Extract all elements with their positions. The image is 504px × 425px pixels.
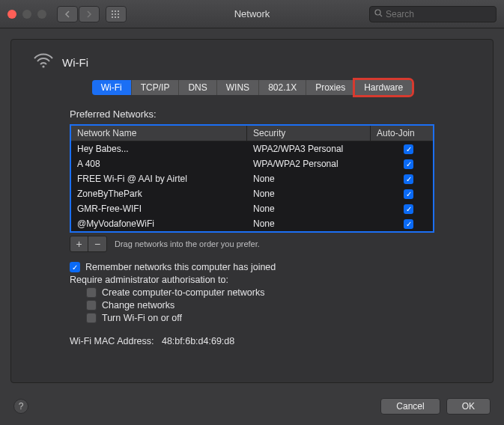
traffic-lights: [7, 10, 46, 19]
cell-security: WPA2/WPA3 Personal: [247, 141, 371, 156]
cancel-button[interactable]: Cancel: [380, 398, 440, 415]
remove-network-button[interactable]: −: [88, 236, 106, 251]
remember-label: Remember networks this computer has join…: [85, 262, 276, 272]
cell-name: GMR-Free-WIFI: [71, 201, 247, 216]
table-row[interactable]: FREE Wi-Fi @ AAI by AirtelNone✓: [71, 171, 433, 186]
tab-8021x[interactable]: 802.1X: [259, 80, 306, 95]
auto-join-checkbox[interactable]: ✓: [404, 174, 413, 184]
nav-group: [57, 6, 100, 22]
add-remove-bar: + − Drag networks into the order you pre…: [70, 236, 478, 252]
remember-checkbox[interactable]: ✓: [70, 262, 80, 272]
titlebar: Network: [0, 0, 504, 28]
col-network-name[interactable]: Network Name: [71, 126, 247, 141]
mac-value: 48:bf:6b:d4:69:d8: [162, 336, 234, 346]
minimize-window-icon: [22, 10, 31, 19]
cell-security: None: [247, 171, 371, 186]
tab-proxies[interactable]: Proxies: [306, 80, 355, 95]
table-row[interactable]: Hey Babes...WPA2/WPA3 Personal✓: [71, 141, 433, 156]
svg-point-11: [42, 65, 44, 67]
admin-opt-label: Turn Wi-Fi on or off: [102, 313, 182, 323]
panel-title: Wi-Fi: [62, 56, 88, 69]
auto-join-checkbox[interactable]: ✓: [404, 189, 413, 199]
back-button[interactable]: [57, 6, 78, 22]
svg-rect-4: [115, 13, 116, 15]
zoom-window-icon: [37, 10, 46, 19]
col-auto-join[interactable]: Auto-Join: [371, 126, 433, 141]
svg-rect-6: [112, 16, 113, 18]
cell-auto: ✓: [371, 202, 433, 216]
search-icon: [374, 9, 383, 19]
auto-join-checkbox[interactable]: ✓: [404, 159, 413, 169]
wifi-icon: [34, 53, 53, 71]
drag-hint: Drag networks into the order you prefer.: [115, 239, 260, 248]
admin-opt-row: Create computer-to-computer networks: [86, 287, 478, 298]
networks-table[interactable]: Network Name Security Auto-Join Hey Babe…: [70, 124, 434, 233]
tab-dns[interactable]: DNS: [179, 80, 216, 95]
mac-address-row: Wi-Fi MAC Address: 48:bf:6b:d4:69:d8: [70, 336, 478, 346]
help-button[interactable]: ?: [13, 399, 28, 414]
svg-point-9: [375, 10, 380, 15]
svg-rect-0: [112, 10, 113, 12]
admin-label-row: Require administrator authorisation to:: [70, 275, 478, 285]
cell-security: WPA/WPA2 Personal: [247, 156, 371, 171]
table-body: Hey Babes...WPA2/WPA3 Personal✓A 408WPA/…: [71, 141, 433, 231]
cell-auto: ✓: [371, 157, 433, 171]
add-remove-buttons: + −: [70, 236, 107, 252]
admin-opt-label: Change networks: [102, 300, 174, 311]
footer: ? Cancel OK: [0, 394, 504, 425]
auto-join-checkbox[interactable]: ✓: [404, 144, 413, 154]
grid-icon: [112, 10, 121, 18]
cell-security: None: [247, 186, 371, 201]
cell-name: A 408: [71, 156, 247, 171]
cell-auto: ✓: [371, 142, 433, 156]
tab-wins[interactable]: WINS: [217, 80, 259, 95]
tab-hardware[interactable]: Hardware: [355, 80, 412, 95]
ok-button[interactable]: OK: [446, 398, 491, 415]
admin-label: Require administrator authorisation to:: [70, 275, 228, 285]
col-security[interactable]: Security: [247, 126, 371, 141]
svg-rect-3: [112, 13, 113, 15]
tab-tcpip[interactable]: TCP/IP: [132, 80, 180, 95]
svg-rect-7: [115, 16, 116, 18]
cell-name: ZoneByThePark: [71, 186, 247, 201]
cell-name: Hey Babes...: [71, 141, 247, 156]
forward-button[interactable]: [79, 6, 100, 22]
network-window: Network Wi-Fi Wi-Fi TCP/IP DNS WINS 802.…: [0, 0, 504, 425]
svg-line-10: [380, 14, 382, 16]
options: ✓ Remember networks this computer has jo…: [70, 260, 478, 325]
remember-row: ✓ Remember networks this computer has jo…: [70, 262, 478, 272]
settings-sheet: Wi-Fi Wi-Fi TCP/IP DNS WINS 802.1X Proxi…: [10, 39, 494, 383]
admin-checkbox[interactable]: [86, 313, 97, 323]
admin-checkbox[interactable]: [86, 287, 97, 298]
auto-join-checkbox[interactable]: ✓: [404, 204, 413, 214]
admin-opt-label: Create computer-to-computer networks: [102, 287, 264, 298]
tab-wifi[interactable]: Wi-Fi: [92, 80, 132, 95]
close-window-icon[interactable]: [7, 10, 16, 19]
auto-join-checkbox[interactable]: ✓: [404, 219, 413, 229]
search-field[interactable]: [369, 6, 497, 22]
admin-opt-row: Change networks: [86, 300, 478, 311]
admin-opt-row: Turn Wi-Fi on or off: [86, 313, 478, 323]
table-row[interactable]: ZoneByTheParkNone✓: [71, 186, 433, 201]
table-row[interactable]: GMR-Free-WIFINone✓: [71, 201, 433, 216]
svg-rect-1: [115, 10, 116, 12]
wifi-header: Wi-Fi: [34, 53, 478, 71]
search-input[interactable]: [386, 9, 491, 19]
tab-segment: Wi-Fi TCP/IP DNS WINS 802.1X Proxies Har…: [92, 80, 412, 95]
cell-auto: ✓: [371, 187, 433, 201]
tab-bar: Wi-Fi TCP/IP DNS WINS 802.1X Proxies Har…: [26, 80, 478, 95]
mac-label: Wi-Fi MAC Address:: [70, 336, 154, 346]
table-header: Network Name Security Auto-Join: [71, 126, 433, 141]
admin-checkbox[interactable]: [86, 300, 97, 311]
cell-security: None: [247, 201, 371, 216]
chevron-right-icon: [86, 10, 92, 18]
cell-auto: ✓: [371, 172, 433, 186]
cell-name: FREE Wi-Fi @ AAI by Airtel: [71, 171, 247, 186]
show-all-button[interactable]: [106, 6, 127, 22]
table-row[interactable]: A 408WPA/WPA2 Personal✓: [71, 156, 433, 171]
cell-security: None: [247, 216, 371, 231]
add-network-button[interactable]: +: [70, 236, 88, 251]
table-row[interactable]: @MyVodafoneWiFiNone✓: [71, 216, 433, 231]
svg-rect-5: [118, 13, 119, 15]
chevron-left-icon: [64, 10, 70, 18]
